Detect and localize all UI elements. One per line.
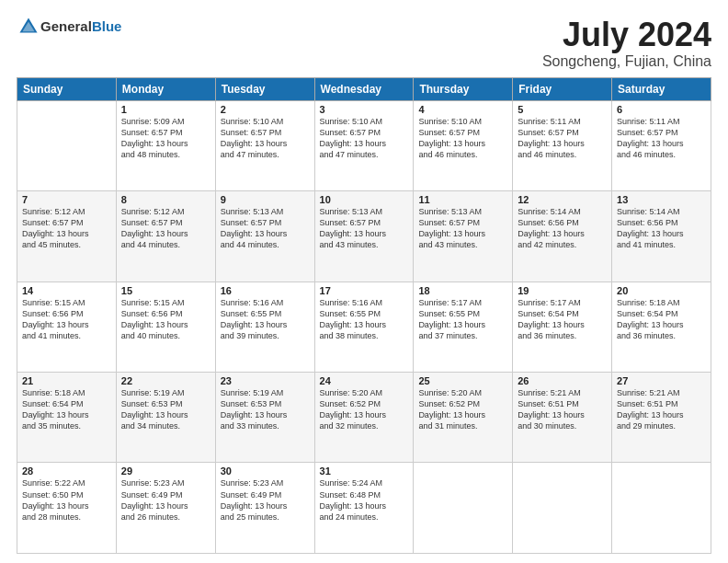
day-number: 6 [617, 104, 706, 115]
logo: GeneralBlue [17, 17, 121, 37]
cell-content: Sunrise: 5:23 AM Sunset: 6:49 PM Dayligh… [221, 477, 310, 523]
col-header-tuesday: Tuesday [215, 77, 314, 100]
calendar-cell: 6Sunrise: 5:11 AM Sunset: 6:57 PM Daylig… [612, 100, 711, 190]
col-header-saturday: Saturday [612, 77, 711, 100]
day-number: 8 [121, 194, 210, 205]
cell-content: Sunrise: 5:21 AM Sunset: 6:51 PM Dayligh… [518, 387, 607, 432]
calendar-cell: 3Sunrise: 5:10 AM Sunset: 6:57 PM Daylig… [314, 100, 414, 190]
calendar-cell: 17Sunrise: 5:16 AM Sunset: 6:55 PM Dayli… [314, 282, 414, 372]
cell-content: Sunrise: 5:18 AM Sunset: 6:54 PM Dayligh… [22, 387, 111, 432]
cell-content: Sunrise: 5:12 AM Sunset: 6:57 PM Dayligh… [121, 206, 210, 251]
cell-content: Sunrise: 5:13 AM Sunset: 6:57 PM Dayligh… [221, 206, 310, 251]
calendar-cell: 18Sunrise: 5:17 AM Sunset: 6:55 PM Dayli… [414, 282, 513, 372]
location-title: Songcheng, Fujian, China [542, 53, 711, 70]
cell-content: Sunrise: 5:19 AM Sunset: 6:53 PM Dayligh… [221, 387, 310, 432]
cell-content: Sunrise: 5:13 AM Sunset: 6:57 PM Dayligh… [418, 206, 507, 251]
col-header-monday: Monday [116, 77, 215, 100]
cell-content: Sunrise: 5:10 AM Sunset: 6:57 PM Dayligh… [221, 116, 310, 161]
calendar-cell: 27Sunrise: 5:21 AM Sunset: 6:51 PM Dayli… [612, 373, 711, 463]
cell-content: Sunrise: 5:15 AM Sunset: 6:56 PM Dayligh… [121, 297, 210, 342]
calendar-cell [612, 463, 711, 554]
day-number: 29 [121, 465, 210, 477]
day-number: 10 [320, 194, 409, 205]
calendar-cell: 1Sunrise: 5:09 AM Sunset: 6:57 PM Daylig… [116, 100, 215, 190]
calendar-cell: 29Sunrise: 5:23 AM Sunset: 6:49 PM Dayli… [116, 463, 215, 554]
cell-content: Sunrise: 5:12 AM Sunset: 6:57 PM Dayligh… [22, 206, 111, 251]
cell-content: Sunrise: 5:11 AM Sunset: 6:57 PM Dayligh… [617, 116, 706, 161]
calendar-cell: 7Sunrise: 5:12 AM Sunset: 6:57 PM Daylig… [17, 191, 117, 282]
cell-content: Sunrise: 5:09 AM Sunset: 6:57 PM Dayligh… [121, 116, 210, 161]
day-number: 16 [221, 285, 310, 296]
cell-content: Sunrise: 5:24 AM Sunset: 6:48 PM Dayligh… [320, 477, 409, 523]
calendar-cell: 2Sunrise: 5:10 AM Sunset: 6:57 PM Daylig… [215, 100, 314, 190]
day-number: 22 [121, 375, 210, 386]
day-number: 11 [418, 194, 507, 205]
cell-content: Sunrise: 5:23 AM Sunset: 6:49 PM Dayligh… [121, 477, 210, 523]
cell-content: Sunrise: 5:20 AM Sunset: 6:52 PM Dayligh… [320, 387, 409, 432]
month-title: July 2024 [542, 17, 711, 53]
cell-content: Sunrise: 5:10 AM Sunset: 6:57 PM Dayligh… [418, 116, 507, 161]
cell-content: Sunrise: 5:13 AM Sunset: 6:57 PM Dayligh… [320, 206, 409, 251]
calendar-cell: 14Sunrise: 5:15 AM Sunset: 6:56 PM Dayli… [17, 282, 117, 372]
calendar-cell: 20Sunrise: 5:18 AM Sunset: 6:54 PM Dayli… [612, 282, 711, 372]
cell-content: Sunrise: 5:11 AM Sunset: 6:57 PM Dayligh… [518, 116, 607, 161]
calendar-cell: 12Sunrise: 5:14 AM Sunset: 6:56 PM Dayli… [513, 191, 612, 282]
calendar-cell [414, 463, 513, 554]
col-header-friday: Friday [513, 77, 612, 100]
col-header-thursday: Thursday [414, 77, 513, 100]
day-number: 3 [320, 104, 409, 115]
day-number: 18 [418, 285, 507, 296]
day-number: 21 [22, 375, 111, 386]
day-number: 26 [518, 375, 607, 386]
day-number: 27 [617, 375, 706, 386]
col-header-sunday: Sunday [17, 77, 117, 100]
day-number: 17 [320, 285, 409, 296]
calendar-cell: 22Sunrise: 5:19 AM Sunset: 6:53 PM Dayli… [116, 373, 215, 463]
calendar-cell: 19Sunrise: 5:17 AM Sunset: 6:54 PM Dayli… [513, 282, 612, 372]
logo-general-text: General [40, 18, 92, 34]
week-row-5: 28Sunrise: 5:22 AM Sunset: 6:50 PM Dayli… [17, 463, 711, 554]
page: GeneralBlue July 2024 Songcheng, Fujian,… [0, 0, 728, 563]
calendar-cell: 15Sunrise: 5:15 AM Sunset: 6:56 PM Dayli… [116, 282, 215, 372]
calendar-cell: 28Sunrise: 5:22 AM Sunset: 6:50 PM Dayli… [17, 463, 117, 554]
day-number: 9 [221, 194, 310, 205]
day-number: 12 [518, 194, 607, 205]
day-number: 23 [221, 375, 310, 386]
day-number: 2 [221, 104, 310, 115]
day-number: 30 [221, 465, 310, 477]
day-number: 13 [617, 194, 706, 205]
cell-content: Sunrise: 5:22 AM Sunset: 6:50 PM Dayligh… [22, 477, 111, 523]
cell-content: Sunrise: 5:19 AM Sunset: 6:53 PM Dayligh… [121, 387, 210, 432]
calendar-cell: 24Sunrise: 5:20 AM Sunset: 6:52 PM Dayli… [314, 373, 414, 463]
calendar-cell: 25Sunrise: 5:20 AM Sunset: 6:52 PM Dayli… [414, 373, 513, 463]
day-number: 5 [518, 104, 607, 115]
cell-content: Sunrise: 5:16 AM Sunset: 6:55 PM Dayligh… [221, 297, 310, 342]
calendar-table: SundayMondayTuesdayWednesdayThursdayFrid… [17, 77, 711, 554]
cell-content: Sunrise: 5:17 AM Sunset: 6:54 PM Dayligh… [518, 297, 607, 342]
title-block: July 2024 Songcheng, Fujian, China [542, 17, 711, 70]
calendar-cell: 5Sunrise: 5:11 AM Sunset: 6:57 PM Daylig… [513, 100, 612, 190]
day-number: 1 [121, 104, 210, 115]
cell-content: Sunrise: 5:15 AM Sunset: 6:56 PM Dayligh… [22, 297, 111, 342]
calendar-cell: 8Sunrise: 5:12 AM Sunset: 6:57 PM Daylig… [116, 191, 215, 282]
cell-content: Sunrise: 5:14 AM Sunset: 6:56 PM Dayligh… [518, 206, 607, 251]
day-number: 4 [418, 104, 507, 115]
cell-content: Sunrise: 5:17 AM Sunset: 6:55 PM Dayligh… [418, 297, 507, 342]
day-number: 7 [22, 194, 111, 205]
cell-content: Sunrise: 5:16 AM Sunset: 6:55 PM Dayligh… [320, 297, 409, 342]
day-number: 25 [418, 375, 507, 386]
calendar-cell: 26Sunrise: 5:21 AM Sunset: 6:51 PM Dayli… [513, 373, 612, 463]
col-header-wednesday: Wednesday [314, 77, 414, 100]
week-row-2: 7Sunrise: 5:12 AM Sunset: 6:57 PM Daylig… [17, 191, 711, 282]
week-row-4: 21Sunrise: 5:18 AM Sunset: 6:54 PM Dayli… [17, 373, 711, 463]
day-number: 19 [518, 285, 607, 296]
calendar-cell: 13Sunrise: 5:14 AM Sunset: 6:56 PM Dayli… [612, 191, 711, 282]
day-number: 14 [22, 285, 111, 296]
cell-content: Sunrise: 5:10 AM Sunset: 6:57 PM Dayligh… [320, 116, 409, 161]
calendar-cell [17, 100, 117, 190]
day-number: 31 [320, 465, 409, 477]
calendar-cell: 30Sunrise: 5:23 AM Sunset: 6:49 PM Dayli… [215, 463, 314, 554]
cell-content: Sunrise: 5:14 AM Sunset: 6:56 PM Dayligh… [617, 206, 706, 251]
cell-content: Sunrise: 5:18 AM Sunset: 6:54 PM Dayligh… [617, 297, 706, 342]
calendar-cell: 4Sunrise: 5:10 AM Sunset: 6:57 PM Daylig… [414, 100, 513, 190]
